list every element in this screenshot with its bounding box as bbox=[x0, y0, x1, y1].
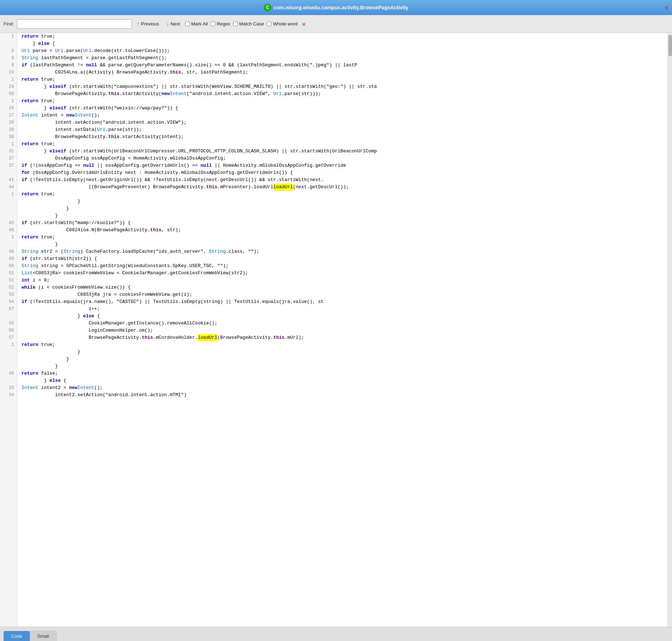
line-number: 51 bbox=[0, 270, 17, 277]
mark-all-group[interactable]: Mark All bbox=[185, 21, 208, 27]
table-row: return true; bbox=[17, 191, 668, 198]
table-row: } bbox=[17, 356, 668, 363]
line-number: 48 bbox=[0, 248, 17, 255]
find-bar: Find: ↑ Previous ↓ Next Mark All Regex M… bbox=[0, 15, 672, 33]
mark-all-checkbox[interactable] bbox=[185, 22, 190, 26]
tab-code[interactable]: Code bbox=[4, 631, 30, 641]
table-row: int i = 0; bbox=[17, 277, 668, 284]
table-row: BrowsePageActivity.this.startActivity(ne… bbox=[17, 90, 668, 98]
find-input[interactable] bbox=[17, 19, 132, 29]
table-row: } bbox=[17, 198, 668, 205]
line-number: 54 bbox=[0, 298, 17, 305]
table-row: if (!TextUtils.equals(jra.name(), "CASTG… bbox=[17, 298, 668, 305]
table-row: while (i < cookiesFromWebView.size()) { bbox=[17, 284, 668, 291]
line-number: 33 bbox=[0, 384, 17, 391]
line-number: 34 bbox=[0, 391, 17, 399]
line-number: 1 bbox=[0, 33, 17, 40]
line-number: 57 bbox=[0, 305, 17, 313]
whole-word-group[interactable]: Whole word bbox=[267, 21, 298, 27]
next-button[interactable]: ↓ Next bbox=[164, 20, 182, 28]
table-row: CookieManager.getInstance().removeAllCoo… bbox=[17, 320, 668, 327]
line-number bbox=[0, 198, 17, 205]
line-number: 55 bbox=[0, 320, 17, 327]
line-number: 1 bbox=[0, 98, 17, 105]
table-row: if (lastPathSegment != null && parse.get… bbox=[17, 62, 668, 69]
table-row: C0853jRa jra = cookiesFromWebView.get(i)… bbox=[17, 291, 668, 298]
line-number bbox=[0, 377, 17, 384]
highlight-span: loadUrl bbox=[198, 334, 218, 341]
table-row: } else if (str.startsWith("campusnextins… bbox=[17, 83, 668, 90]
table-row: return true; bbox=[17, 341, 668, 348]
line-number bbox=[0, 241, 17, 248]
table-row: return true; bbox=[17, 76, 668, 83]
regex-label: Regex bbox=[217, 21, 230, 27]
line-number: 49 bbox=[0, 370, 17, 377]
line-number bbox=[0, 363, 17, 370]
line-number bbox=[0, 205, 17, 212]
title-text: com.wisorg.wisedu.campus.activity.Browse… bbox=[274, 5, 408, 10]
line-number bbox=[0, 348, 17, 356]
table-row: String string = SPCacheUtil.getString(Wi… bbox=[17, 262, 668, 270]
table-row: BrowsePageActivity.this.startActivity(in… bbox=[17, 133, 668, 141]
match-case-label: Match Case bbox=[239, 21, 264, 27]
code-area: 1899231245912627282930131373741441454614… bbox=[0, 33, 672, 627]
line-number bbox=[0, 356, 17, 363]
scroll-thumb[interactable] bbox=[668, 35, 672, 56]
find-label: Find: bbox=[4, 21, 14, 27]
line-number: 49 bbox=[0, 255, 17, 262]
previous-label: Previous bbox=[141, 21, 159, 27]
table-row: Uri parse = Uri.parse(Uri.decode(str.toL… bbox=[17, 47, 668, 54]
table-row: for (OssAppConfig.OverrideUrlsEntity nex… bbox=[17, 169, 668, 176]
title-bar: C com.wisorg.wisedu.campus.activity.Brow… bbox=[0, 0, 672, 15]
table-row: } bbox=[17, 241, 668, 248]
code-content[interactable]: return true; } else { Uri parse = Uri.pa… bbox=[17, 33, 668, 627]
regex-group[interactable]: Regex bbox=[210, 21, 230, 27]
table-row: return true; bbox=[17, 141, 668, 148]
line-number bbox=[0, 313, 17, 320]
line-number: 1 bbox=[0, 191, 17, 198]
match-case-group[interactable]: Match Case bbox=[233, 21, 264, 27]
line-number: 37 bbox=[0, 162, 17, 169]
tab-smali[interactable]: Smali bbox=[30, 631, 57, 641]
line-number: 31 bbox=[0, 148, 17, 155]
table-row: intent2.setAction("android.intent.action… bbox=[17, 391, 668, 399]
table-row: String str2 = (String) CacheFactory.load… bbox=[17, 248, 668, 255]
previous-button[interactable]: ↑ Previous bbox=[134, 20, 161, 28]
bottom-tabs: Code Smali bbox=[0, 627, 672, 641]
mark-all-label: Mark All bbox=[191, 21, 208, 27]
table-row: } bbox=[17, 348, 668, 356]
table-row: LoginCommonHelper.om(); bbox=[17, 327, 668, 334]
table-row: return true; bbox=[17, 234, 668, 241]
table-row: } bbox=[17, 212, 668, 219]
whole-word-checkbox[interactable] bbox=[267, 22, 271, 26]
activity-icon: C bbox=[264, 4, 271, 11]
table-row: return true; bbox=[17, 98, 668, 105]
next-label: Next bbox=[170, 21, 180, 27]
line-number: 45 bbox=[0, 219, 17, 227]
line-number: 23 bbox=[0, 69, 17, 76]
find-close-button[interactable]: ✕ bbox=[302, 20, 306, 28]
vertical-scrollbar[interactable] bbox=[668, 33, 672, 627]
line-number: 53 bbox=[0, 291, 17, 298]
table-row: } else if (str.startsWith(UrlBeaconUrlCo… bbox=[17, 148, 668, 155]
table-row: BrowsePageActivity.this.mCordovaHolder.l… bbox=[17, 334, 668, 341]
table-row: } else { bbox=[17, 40, 668, 47]
table-row: } bbox=[17, 363, 668, 370]
line-number: 52 bbox=[0, 284, 17, 291]
line-number: 56 bbox=[0, 327, 17, 334]
line-number: 1 bbox=[0, 234, 17, 241]
table-row: ((BrowsePagePresenter) BrowsePageActivit… bbox=[17, 184, 668, 191]
line-number bbox=[0, 169, 17, 176]
table-row: if (str.startsWith(str2)) { bbox=[17, 255, 668, 262]
table-row: return false; bbox=[17, 370, 668, 377]
table-row: if (!TextUtils.isEmpty(next.getOriginUrl… bbox=[17, 176, 668, 184]
table-row: intent.setAction("android.intent.action.… bbox=[17, 119, 668, 126]
line-number: 27 bbox=[0, 112, 17, 119]
match-case-checkbox[interactable] bbox=[233, 22, 238, 26]
table-row: } else { bbox=[17, 377, 668, 384]
table-row: List<C0853jRa> cookiesFromWebView = Cook… bbox=[17, 270, 668, 277]
line-number: 29 bbox=[0, 126, 17, 133]
whole-word-label: Whole word bbox=[273, 21, 298, 27]
regex-checkbox[interactable] bbox=[210, 22, 215, 26]
title-close-button[interactable]: ✕ bbox=[664, 4, 668, 11]
